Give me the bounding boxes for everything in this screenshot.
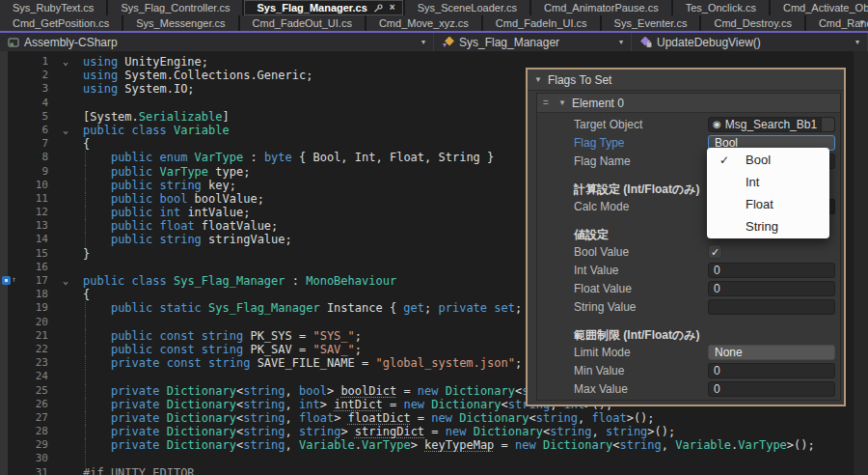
- object-field[interactable]: ◉Msg_Search_Bb1: [708, 117, 835, 132]
- text-field[interactable]: 0: [708, 281, 835, 296]
- token: public bool: [111, 192, 187, 206]
- breadcrumb-type[interactable]: Sys_Flag_Manager ▾: [434, 33, 632, 51]
- tab-Cmd_Move_xyz.cs[interactable]: Cmd_Move_xyz.cs: [366, 15, 481, 31]
- indent-guide: [85, 179, 86, 192]
- tab-overflow-icon[interactable]: ▾: [859, 17, 864, 27]
- line-number: 16: [21, 261, 48, 274]
- inspector-row-target-object: Target Object◉Msg_Search_Bb1: [537, 115, 840, 133]
- line-number: 3: [21, 82, 48, 96]
- fold-gutter: [48, 82, 83, 96]
- dropdown-option-float[interactable]: Float: [707, 193, 829, 215]
- tab-Cmd_Random_3Anime.cs[interactable]: Cmd_Random_3Anime.cs: [806, 15, 868, 31]
- text-field[interactable]: [708, 299, 835, 315]
- tab-Sys_Messenger.cs[interactable]: Sys_Messenger.cs: [123, 15, 237, 31]
- foldout-triangle-icon[interactable]: ▼: [534, 76, 542, 84]
- token: [83, 301, 111, 315]
- line-margin: [0, 165, 21, 179]
- tab-Cmd_GetPosition.cs[interactable]: Cmd_GetPosition.cs: [0, 15, 122, 31]
- line-number: 30: [21, 452, 48, 465]
- line-margin: [0, 452, 21, 465]
- select-field[interactable]: None: [708, 345, 835, 360]
- token: private const string: [111, 356, 251, 370]
- field-label: Min Value: [537, 364, 708, 377]
- indent-guide: [85, 151, 86, 164]
- dropdown-option-string[interactable]: String: [707, 215, 829, 238]
- tab-label: Sys_Eventer.cs: [614, 17, 688, 29]
- token: =: [424, 425, 446, 438]
- token: boolValue;: [187, 192, 263, 206]
- text-field[interactable]: 0: [708, 381, 835, 397]
- code-text[interactable]: [83, 452, 853, 465]
- tab-Sys_Flag_Controller.cs[interactable]: Sys_Flag_Controller.cs: [108, 0, 242, 15]
- token: Variable: [167, 124, 230, 137]
- tab-Sys_Flag_Manager.cs[interactable]: Sys_Flag_Manager.cs×: [244, 0, 402, 15]
- text-field[interactable]: 0: [708, 363, 835, 378]
- drag-handle-icon[interactable]: =: [543, 100, 553, 105]
- field-label: Bool Value: [537, 245, 708, 259]
- tab-Sys_Eventer.cs[interactable]: Sys_Eventer.cs: [602, 15, 700, 31]
- code-text[interactable]: #if UNITY_EDITOR: [83, 466, 853, 475]
- token: string: [619, 438, 661, 452]
- token: using: [83, 69, 118, 82]
- tab-Cmd_FadeOut_UI.cs[interactable]: Cmd_FadeOut_UI.cs: [240, 15, 365, 31]
- code-line[interactable]: 30: [0, 452, 853, 465]
- token: ;: [355, 329, 362, 343]
- token: [83, 151, 111, 164]
- token: =: [383, 398, 404, 411]
- close-icon[interactable]: ×: [390, 3, 395, 13]
- object-picker-button[interactable]: [821, 118, 834, 131]
- code-text[interactable]: private Dictionary<string, Variable.VarT…: [83, 438, 853, 452]
- tab-Sys_RubyText.cs[interactable]: Sys_RubyText.cs: [0, 0, 106, 15]
- text-field[interactable]: 0: [708, 263, 835, 278]
- dropdown-option-int[interactable]: Int: [707, 171, 829, 193]
- chevron-down-icon[interactable]: ▾: [412, 38, 425, 46]
- line-number: 7: [21, 137, 48, 151]
- indent-guide: [85, 398, 86, 411]
- tab-label: Sys_Messenger.cs: [136, 17, 225, 29]
- code-line[interactable]: 27 private Dictionary<string, float> flo…: [0, 411, 853, 425]
- checkbox[interactable]: ✓: [708, 244, 722, 259]
- tab-Cmd_FadeIn_UI.cs[interactable]: Cmd_FadeIn_UI.cs: [483, 15, 600, 31]
- line-number: 8: [21, 151, 48, 164]
- element-header[interactable]: = ▼ Element 0: [537, 94, 840, 113]
- line-number: 26: [21, 398, 48, 411]
- panel-header[interactable]: ▼ Flags To Set: [528, 70, 844, 91]
- tab-Tes_Onclick.cs[interactable]: Tes_Onclick.cs: [673, 0, 769, 15]
- token: public const string: [111, 329, 243, 343]
- assembly-icon: [8, 37, 19, 48]
- fold-gutter: [48, 370, 83, 383]
- token: [83, 384, 111, 398]
- pin-icon[interactable]: [374, 4, 383, 13]
- fold-chevron-icon[interactable]: ⌄: [48, 124, 83, 137]
- tab-Cmd_Activate_Object.cs[interactable]: Cmd_Activate_Object.cs: [771, 0, 868, 15]
- line-number: 14: [21, 233, 48, 246]
- code-text[interactable]: private Dictionary<string, float> floatD…: [83, 411, 853, 425]
- indent-guide: [85, 192, 86, 206]
- tab-Sys_SceneLoader.cs[interactable]: Sys_SceneLoader.cs: [405, 0, 529, 15]
- chevron-down-icon[interactable]: ▾: [846, 38, 859, 46]
- reference-marker-icon[interactable]: [2, 276, 11, 285]
- dropdown-option-bool[interactable]: Bool✓: [707, 149, 829, 171]
- token: new: [431, 411, 452, 425]
- fold-chevron-icon[interactable]: ⌄: [48, 55, 83, 69]
- tab-Cmd_Destroy.cs[interactable]: Cmd_Destroy.cs: [701, 15, 803, 31]
- fold-chevron-icon[interactable]: ⌄: [48, 274, 83, 288]
- inspector-row-float-value: Float Value0: [537, 279, 840, 297]
- foldout-triangle-icon[interactable]: ▼: [558, 99, 566, 107]
- token: private: [111, 384, 160, 398]
- chevron-down-icon[interactable]: ▾: [610, 38, 623, 46]
- fold-gutter: [48, 425, 83, 438]
- code-text[interactable]: private Dictionary<string, string> strin…: [83, 425, 853, 438]
- token: public enum: [111, 151, 187, 164]
- code-line[interactable]: 28 private Dictionary<string, string> st…: [0, 425, 853, 438]
- token: >: [411, 438, 424, 452]
- fold-gutter: [48, 438, 83, 452]
- breadcrumb-project[interactable]: Assembly-CSharp ▾: [0, 33, 434, 51]
- token: [System.: [83, 110, 139, 124]
- breadcrumb-member[interactable]: UpdateDebugView() ▾: [632, 33, 868, 51]
- editor-scrollbar[interactable]: [853, 51, 868, 475]
- code-line[interactable]: 29 private Dictionary<string, Variable.V…: [0, 438, 853, 452]
- token: ,: [285, 411, 299, 425]
- tab-Cmd_AnimatorPause.cs[interactable]: Cmd_AnimatorPause.cs: [531, 0, 671, 15]
- code-line[interactable]: 31#if UNITY_EDITOR: [0, 466, 853, 475]
